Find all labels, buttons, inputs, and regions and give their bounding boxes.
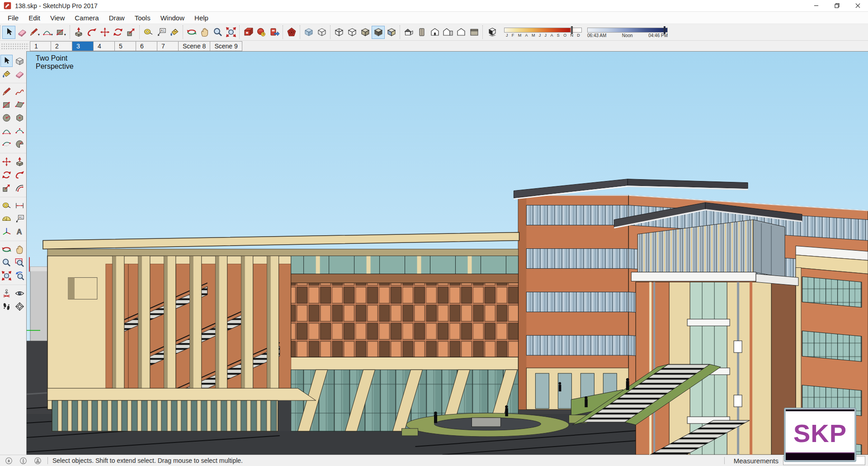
menu-edit[interactable]: Edit bbox=[24, 13, 45, 23]
model-scene[interactable] bbox=[27, 52, 868, 455]
lt-rotated-rectangle-icon[interactable] bbox=[14, 99, 26, 111]
extension-warehouse-icon[interactable]: ▾ bbox=[285, 26, 298, 39]
view-right-icon[interactable]: ▾ bbox=[441, 26, 454, 39]
building-center-front-face[interactable] bbox=[518, 195, 628, 409]
scene-tab-8[interactable]: Scene 8 bbox=[179, 41, 210, 51]
lt-zoom-icon[interactable] bbox=[0, 257, 13, 269]
lt-axes-icon[interactable] bbox=[0, 226, 13, 238]
lt-pan-icon[interactable] bbox=[14, 243, 26, 256]
shaded-style-icon[interactable]: ▾ bbox=[359, 26, 372, 39]
lt-zoom-window-icon[interactable] bbox=[14, 257, 26, 269]
xray-style-icon[interactable]: ▾ bbox=[302, 26, 315, 39]
back-edges-style-icon[interactable]: ▾ bbox=[315, 26, 328, 39]
colonnade[interactable] bbox=[52, 400, 278, 431]
tabs-drag-handle[interactable] bbox=[1, 43, 29, 49]
wireframe-style-icon[interactable]: ▾ bbox=[332, 26, 345, 39]
geolocation-icon[interactable] bbox=[5, 456, 13, 465]
lt-scale-icon[interactable] bbox=[0, 182, 13, 194]
shaded-textures-style-icon[interactable]: ▾ bbox=[372, 26, 385, 39]
shadows-toggle-icon[interactable] bbox=[486, 26, 499, 39]
hidden-line-style-icon[interactable]: ▾ bbox=[345, 26, 359, 39]
dropdown-caret-icon[interactable]: ▾ bbox=[38, 33, 41, 37]
lt-protractor-icon[interactable] bbox=[0, 213, 13, 225]
view-back-icon[interactable]: ▾ bbox=[454, 26, 467, 39]
lt-move-icon[interactable] bbox=[0, 156, 13, 168]
line-tool-icon[interactable]: ▾ bbox=[28, 26, 42, 39]
view-front-icon[interactable]: ▾ bbox=[428, 26, 441, 39]
lt-zoom-previous-icon[interactable] bbox=[14, 270, 26, 282]
menu-draw[interactable]: Draw bbox=[104, 13, 130, 23]
lt-line-icon[interactable] bbox=[0, 86, 13, 98]
lt-select-icon[interactable] bbox=[0, 55, 13, 67]
text-tool-icon[interactable]: ▾ bbox=[155, 26, 168, 39]
get-models-icon[interactable]: ▾ bbox=[241, 26, 255, 39]
lt-orbit-icon[interactable] bbox=[0, 243, 13, 256]
lt-rectangle-icon[interactable] bbox=[0, 99, 13, 111]
end-wall-window[interactable] bbox=[68, 277, 97, 299]
menu-tools[interactable]: Tools bbox=[130, 13, 156, 23]
dropdown-caret-icon[interactable]: ▾ bbox=[51, 33, 54, 37]
lt-tape-measure-icon[interactable] bbox=[0, 200, 13, 212]
lt-position-camera-icon[interactable] bbox=[0, 287, 13, 300]
scene-tab-5[interactable]: 5 bbox=[115, 41, 136, 51]
view-left-icon[interactable]: ▾ bbox=[467, 26, 481, 39]
lt-circle-icon[interactable] bbox=[0, 112, 13, 124]
lt-make-component-icon[interactable] bbox=[14, 55, 26, 67]
menu-view[interactable]: View bbox=[45, 13, 70, 23]
tape-measure-icon[interactable]: ▾ bbox=[142, 26, 155, 39]
sketchup-app-icon[interactable] bbox=[4, 2, 11, 10]
lt-3d-text-icon[interactable] bbox=[14, 226, 26, 238]
scene-tab-1[interactable]: 1 bbox=[30, 41, 51, 51]
lt-eraser-icon[interactable] bbox=[14, 68, 26, 80]
facade-brown-band[interactable] bbox=[291, 274, 519, 283]
building-left[interactable] bbox=[43, 233, 519, 432]
scale-tool-icon[interactable]: ▾ bbox=[124, 26, 137, 39]
lt-paint-bucket-icon[interactable] bbox=[0, 68, 13, 80]
lt-offset-icon[interactable] bbox=[14, 182, 26, 194]
lt-look-around-icon[interactable] bbox=[14, 287, 26, 300]
lt-pushpull-icon[interactable] bbox=[14, 156, 26, 168]
scene-tab-2[interactable]: 2 bbox=[51, 41, 72, 51]
scene-tab-4[interactable]: 4 bbox=[94, 41, 115, 51]
paint-bucket-icon[interactable]: ▾ bbox=[168, 26, 181, 39]
lt-pie-icon[interactable] bbox=[14, 138, 26, 150]
model-viewport[interactable]: Two Point Perspective bbox=[26, 51, 868, 455]
lt-3point-arc-icon[interactable] bbox=[0, 138, 13, 150]
restore-button[interactable] bbox=[826, 0, 847, 12]
eraser-tool-icon[interactable]: ▾ bbox=[15, 26, 28, 39]
scene-tab-9[interactable]: Scene 9 bbox=[210, 41, 242, 51]
rectangle-tool-icon[interactable]: ▾ bbox=[55, 26, 68, 39]
lt-dimension-icon[interactable] bbox=[14, 200, 26, 212]
share-model-icon[interactable]: ▾ bbox=[255, 26, 268, 39]
scene-tab-6[interactable]: 6 bbox=[136, 41, 157, 51]
lt-2point-arc-icon[interactable] bbox=[14, 125, 26, 137]
lt-section-plane-icon[interactable] bbox=[14, 300, 26, 313]
zoom-tool-icon[interactable]: ▾ bbox=[211, 26, 224, 39]
orbit-tool-icon[interactable]: ▾ bbox=[185, 26, 198, 39]
zoom-extents-icon[interactable]: ▾ bbox=[224, 26, 237, 39]
lt-polygon-icon[interactable] bbox=[14, 112, 26, 124]
menu-window[interactable]: Window bbox=[156, 13, 189, 23]
shadow-time-slider[interactable]: 06:43 AM Noon 04:46 PM bbox=[587, 26, 668, 38]
lt-followme-icon[interactable] bbox=[14, 169, 26, 181]
lt-walk-icon[interactable] bbox=[0, 300, 13, 313]
scene-tab-3[interactable]: 3 bbox=[72, 41, 94, 51]
monochrome-style-icon[interactable]: ▾ bbox=[385, 26, 398, 39]
close-button[interactable] bbox=[847, 0, 868, 12]
credits-icon[interactable] bbox=[19, 456, 28, 465]
sign-in-icon[interactable] bbox=[33, 456, 42, 465]
menu-help[interactable]: Help bbox=[189, 13, 213, 23]
shadow-time-track[interactable] bbox=[587, 28, 668, 33]
lt-rotate-icon[interactable] bbox=[0, 169, 13, 181]
facade-checker-band[interactable] bbox=[291, 283, 519, 357]
shadow-date-track[interactable] bbox=[504, 28, 582, 33]
lt-zoom-extents-icon[interactable] bbox=[0, 270, 13, 282]
menu-file[interactable]: File bbox=[3, 13, 24, 23]
lt-freehand-icon[interactable] bbox=[14, 86, 26, 98]
move-tool-icon[interactable]: ▾ bbox=[98, 26, 111, 39]
rotate-tool-icon[interactable]: ▾ bbox=[111, 26, 124, 39]
walkway-slab[interactable] bbox=[47, 388, 316, 400]
pushpull-tool-icon[interactable]: ▾ bbox=[72, 26, 85, 39]
minimize-button[interactable] bbox=[806, 0, 826, 12]
lt-text-icon[interactable] bbox=[14, 213, 26, 225]
